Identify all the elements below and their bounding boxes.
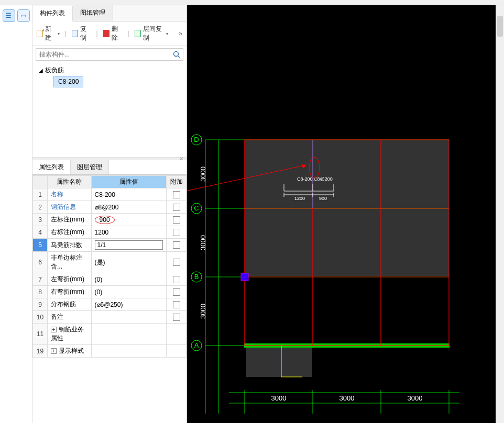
prop-value[interactable] bbox=[91, 239, 166, 252]
row-number: 4 bbox=[33, 226, 48, 239]
table-row[interactable]: 9分布钢筋(⌀6@250) bbox=[33, 298, 187, 311]
prop-extra[interactable] bbox=[167, 324, 187, 345]
checkbox[interactable] bbox=[173, 241, 180, 249]
table-row[interactable]: 7左弯折(mm)(0) bbox=[33, 273, 187, 286]
left-panel: 构件列表 图纸管理 新建 ▾ | 复制 | 删除 | bbox=[32, 5, 187, 423]
delete-icon bbox=[103, 30, 109, 37]
prop-extra[interactable] bbox=[167, 345, 187, 358]
svg-text:3000: 3000 bbox=[339, 394, 355, 402]
svg-point-0 bbox=[174, 52, 179, 57]
prop-value[interactable]: (⌀6@250) bbox=[91, 298, 166, 311]
tab-drawings[interactable]: 图纸管理 bbox=[73, 5, 113, 21]
top-ribbon bbox=[0, 0, 504, 5]
layer-icon bbox=[135, 30, 141, 37]
prop-extra[interactable] bbox=[167, 239, 187, 252]
svg-text:3000: 3000 bbox=[271, 394, 287, 402]
floor-copy-button[interactable]: 层间复制 ▾ bbox=[135, 25, 169, 42]
svg-text:D: D bbox=[194, 136, 199, 143]
search-row bbox=[36, 48, 183, 61]
prop-value[interactable]: (0) bbox=[91, 273, 166, 286]
prop-value[interactable]: (是) bbox=[91, 252, 166, 273]
row-number: 3 bbox=[33, 214, 48, 226]
new-icon bbox=[37, 30, 43, 37]
table-row[interactable]: 2钢筋信息⌀8@200 bbox=[33, 201, 187, 214]
tab-components[interactable]: 构件列表 bbox=[32, 6, 73, 21]
prop-extra[interactable] bbox=[167, 298, 187, 311]
new-button[interactable]: 新建 ▾ bbox=[37, 25, 60, 42]
checkbox[interactable] bbox=[173, 259, 180, 266]
checkbox[interactable] bbox=[173, 191, 180, 198]
prop-name: +钢筋业务属性 bbox=[48, 324, 92, 345]
svg-text:3000: 3000 bbox=[199, 166, 207, 182]
prop-value[interactable]: (0) bbox=[91, 286, 166, 298]
copy-label: 复制 bbox=[80, 25, 91, 42]
svg-line-1 bbox=[178, 56, 180, 58]
splitter[interactable]: ✕ bbox=[32, 157, 187, 160]
table-row[interactable]: 10备注 bbox=[33, 311, 187, 324]
floor-copy-label: 层间复制 bbox=[143, 25, 165, 42]
search-icon[interactable] bbox=[170, 49, 183, 60]
svg-text:3000: 3000 bbox=[199, 235, 207, 250]
prop-name: 名称 bbox=[48, 188, 92, 201]
delete-button[interactable]: 删除 bbox=[103, 25, 123, 42]
rebar-label: C8-200:C8@200 bbox=[297, 176, 333, 182]
prop-value-input[interactable] bbox=[95, 240, 163, 250]
table-row[interactable]: 19+显示样式 bbox=[33, 345, 187, 358]
checkbox[interactable] bbox=[173, 229, 180, 236]
col-name: 属性名称 bbox=[48, 176, 92, 188]
prop-value[interactable] bbox=[91, 324, 166, 345]
tree-child-selected[interactable]: C8-200 bbox=[53, 76, 83, 87]
scrollbar-vertical[interactable] bbox=[496, 5, 504, 423]
prop-extra[interactable] bbox=[167, 252, 187, 273]
table-row[interactable]: 5马凳筋排数 bbox=[33, 239, 187, 252]
table-row[interactable]: 1名称C8-200 bbox=[33, 188, 187, 201]
drawing-canvas[interactable]: DCBA bbox=[187, 5, 504, 423]
table-row[interactable]: 11+钢筋业务属性 bbox=[33, 324, 187, 345]
more-icon[interactable]: » bbox=[179, 30, 182, 37]
checkbox[interactable] bbox=[173, 288, 180, 296]
table-row[interactable]: 3左标注(mm)900 bbox=[33, 214, 187, 226]
row-number: 9 bbox=[33, 298, 48, 311]
row-number: 1 bbox=[33, 188, 48, 201]
table-row[interactable]: 6非单边标注含...(是) bbox=[33, 252, 187, 273]
prop-value[interactable]: C8-200 bbox=[91, 188, 166, 201]
svg-text:C: C bbox=[194, 204, 199, 212]
checkbox[interactable] bbox=[173, 314, 180, 321]
prop-extra[interactable] bbox=[167, 286, 187, 298]
view-panel-icon[interactable]: ▭ bbox=[17, 9, 30, 22]
chevron-down-icon: ▾ bbox=[58, 31, 60, 36]
prop-extra[interactable] bbox=[167, 273, 187, 286]
table-row[interactable]: 4右标注(mm)1200 bbox=[33, 226, 187, 239]
left-mini-toolbar: ☰ ▭ bbox=[0, 5, 32, 423]
view-list-icon[interactable]: ☰ bbox=[3, 9, 15, 22]
checkbox[interactable] bbox=[173, 216, 180, 224]
tree-root[interactable]: ◢ 板负筋 bbox=[39, 65, 183, 76]
prop-extra[interactable] bbox=[167, 226, 187, 239]
close-icon[interactable]: ✕ bbox=[179, 156, 183, 162]
prop-extra[interactable] bbox=[167, 188, 187, 201]
prop-extra[interactable] bbox=[167, 201, 187, 214]
expand-icon[interactable]: + bbox=[51, 327, 57, 332]
checkbox[interactable] bbox=[173, 276, 180, 283]
table-row[interactable]: 8右弯折(mm)(0) bbox=[33, 286, 187, 298]
prop-value[interactable] bbox=[91, 311, 166, 324]
prop-extra[interactable] bbox=[167, 214, 187, 226]
prop-value[interactable] bbox=[91, 345, 166, 358]
rebar-dim-right: 900 bbox=[319, 196, 327, 201]
prop-value[interactable]: 1200 bbox=[91, 226, 166, 239]
prop-value[interactable]: ⌀8@200 bbox=[91, 201, 166, 214]
expand-icon[interactable]: + bbox=[51, 348, 57, 354]
checkbox[interactable] bbox=[173, 301, 180, 308]
scrollbar-thumb[interactable] bbox=[497, 16, 503, 37]
prop-name: 钢筋信息 bbox=[48, 201, 92, 214]
prop-name: 非单边标注含... bbox=[48, 252, 92, 273]
tab-layer-mgmt[interactable]: 图层管理 bbox=[71, 160, 109, 174]
prop-value[interactable]: 900 bbox=[91, 214, 166, 226]
prop-extra[interactable] bbox=[167, 311, 187, 324]
search-input[interactable] bbox=[36, 49, 170, 60]
left-tabs: 构件列表 图纸管理 bbox=[32, 5, 187, 21]
row-number: 10 bbox=[33, 311, 48, 324]
copy-button[interactable]: 复制 bbox=[72, 25, 91, 42]
checkbox[interactable] bbox=[173, 204, 180, 211]
tab-property-list[interactable]: 属性列表 bbox=[32, 160, 71, 174]
